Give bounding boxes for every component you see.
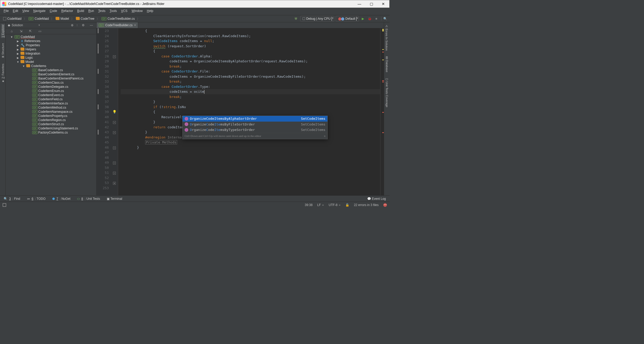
completion-item[interactable]: OrganizeCodeItemsByFileSortOrderSetCodeI… bbox=[183, 122, 327, 127]
menu-run[interactable]: Run bbox=[87, 9, 96, 14]
tree-item[interactable]: C# CodeItemField.cs bbox=[6, 97, 96, 101]
run-icon[interactable]: ▶ bbox=[360, 17, 366, 21]
tree-item[interactable]: Logic bbox=[6, 56, 96, 60]
tool-todo[interactable]: ≔ 6: TODO bbox=[27, 197, 46, 201]
tool-find[interactable]: 🔍 3: Find bbox=[4, 197, 20, 201]
run-config-dropdown[interactable]: Debug | Any CPU ▼ bbox=[300, 16, 334, 22]
menu-view[interactable]: View bbox=[21, 9, 31, 14]
tree-item[interactable]: C# CodeItemInterface.cs bbox=[6, 101, 96, 105]
maximize-button[interactable]: ▢ bbox=[365, 0, 377, 8]
completion-hint: Ctrl+Down and Ctrl+Up will move caret do… bbox=[183, 133, 327, 139]
line-ending[interactable]: LF≑ bbox=[317, 203, 324, 207]
status-bar: 39:38 LF≑ UTF-8≑ 🔓 22 errors in 3 files bbox=[0, 202, 390, 208]
collapse-up-icon[interactable]: ⇱ bbox=[28, 29, 33, 33]
breadcrumb-1[interactable]: C#CodeMaid〉 bbox=[28, 16, 55, 21]
hide-icon[interactable]: — bbox=[89, 23, 94, 27]
menu-tests[interactable]: Tests bbox=[97, 9, 107, 14]
menu-code[interactable]: Code bbox=[48, 9, 59, 14]
tree-item[interactable]: C# CodeItemProperty.cs bbox=[6, 114, 96, 118]
tool-structure[interactable]: ≣ Structure bbox=[1, 43, 5, 58]
close-button[interactable]: ✕ bbox=[377, 0, 389, 8]
settings-icon[interactable]: ⚙ bbox=[80, 23, 86, 27]
menu-bar: FileEditViewNavigateCodeRefactorBuildRun… bbox=[0, 8, 390, 15]
breadcrumb-0[interactable]: CodeMaid〉 bbox=[3, 16, 28, 21]
stop-icon[interactable]: ■ bbox=[373, 17, 379, 21]
code-area[interactable]: 2324252627282930313233343536373839404142… bbox=[97, 28, 384, 195]
menu-build[interactable]: Build bbox=[76, 9, 86, 14]
nav-bar: CodeMaid〉C#CodeMaid〉Model〉CodeTree〉C#Cod… bbox=[0, 15, 390, 22]
breadcrumb-3[interactable]: CodeTree〉 bbox=[76, 16, 101, 21]
build-icon[interactable]: ⚒ bbox=[293, 17, 299, 21]
title-bar: CodeMaid [C:\repos\codemaid-master] - ..… bbox=[0, 0, 390, 8]
completion-popup[interactable]: OrganizeCodeItemsByAlphaSortOrderSetCode… bbox=[182, 116, 328, 139]
tree-item[interactable]: C# BaseCodeItem.cs bbox=[6, 68, 96, 72]
debug-icon[interactable]: 🐞 bbox=[367, 17, 372, 21]
tree-item[interactable]: Integration bbox=[6, 51, 96, 56]
home-icon[interactable]: ⌂ bbox=[9, 29, 15, 33]
tool-event-log[interactable]: 💬 Event Log bbox=[367, 197, 386, 201]
solution-title[interactable]: Solution bbox=[12, 23, 37, 27]
tree-item[interactable]: C# CodeItemUsingStatement.cs bbox=[6, 126, 96, 130]
editor-tab-label: CodeTreeBuilder.cs bbox=[105, 23, 133, 27]
tool-database[interactable]: 🗄 Database bbox=[385, 56, 389, 73]
tree-item[interactable]: CodeItems bbox=[6, 64, 96, 68]
tool-nuget[interactable]: ⬢ 7: NuGet bbox=[52, 197, 70, 201]
menu-window[interactable]: Window bbox=[130, 9, 144, 14]
search-icon[interactable]: 🔍 bbox=[381, 17, 387, 21]
minimize-button[interactable]: — bbox=[353, 0, 365, 8]
tool-unit-tests[interactable]: ⬭ 8: Unit Tests bbox=[77, 197, 100, 201]
tree-item[interactable]: C# CodeItemEvent.cs bbox=[6, 93, 96, 97]
tool-errors[interactable]: ⚠ Errors In Solution bbox=[385, 24, 389, 51]
menu-refactor[interactable]: Refactor bbox=[60, 9, 75, 14]
panel-icon[interactable]: ▭ bbox=[37, 29, 43, 33]
tree-item[interactable]: ⋔ References bbox=[6, 39, 96, 43]
run-config-label: Debug | Any CPU bbox=[306, 17, 331, 21]
tree-item[interactable]: C# BaseCodeItemElement.cs bbox=[6, 72, 96, 76]
tool-coverage[interactable]: 🛡 Unit Tests Coverage bbox=[385, 77, 389, 108]
tree-item[interactable]: C# CodeItemMethod.cs bbox=[6, 105, 96, 110]
tree-item[interactable]: C# CodeItemNamespace.cs bbox=[6, 110, 96, 114]
breadcrumb-4[interactable]: C#CodeTreeBuilder.cs〉 bbox=[101, 16, 141, 21]
caret-position[interactable]: 39:38 bbox=[305, 203, 313, 207]
error-indicator-icon[interactable] bbox=[383, 203, 387, 207]
menu-vcs[interactable]: VCS bbox=[119, 9, 129, 14]
solution-root[interactable]: C# CodeMaid bbox=[6, 35, 96, 39]
close-tab-icon[interactable]: × bbox=[134, 23, 136, 27]
tree-item[interactable]: C# CodeItemRegion.cs bbox=[6, 118, 96, 122]
tool-explorer[interactable]: 1 Explorer bbox=[1, 24, 5, 38]
encoding[interactable]: UTF-8≑ bbox=[329, 203, 341, 207]
run-profile-dropdown[interactable]: ⬤⬤ Default ▼ bbox=[336, 16, 359, 22]
tree-item[interactable]: 🔧 Properties bbox=[6, 43, 96, 47]
readonly-lock-icon[interactable]: 🔓 bbox=[345, 203, 349, 207]
tool-terminal[interactable]: ▣ Terminal bbox=[107, 197, 122, 201]
tree-item[interactable]: C# BaseCodeItemElementParent.cs bbox=[6, 76, 96, 81]
tree-item[interactable]: C# CodeItemClass.cs bbox=[6, 81, 96, 85]
menu-tools[interactable]: Tools bbox=[108, 9, 118, 14]
app-logo-icon bbox=[2, 2, 6, 6]
tree-item[interactable]: C# FactoryCodeItems.cs bbox=[6, 130, 96, 135]
locate-icon[interactable]: ⊕ bbox=[69, 23, 75, 27]
tool-favorites[interactable]: ★ 2: Favorites bbox=[1, 63, 5, 83]
tree-item[interactable]: C# CodeItemStruct.cs bbox=[6, 122, 96, 126]
menu-edit[interactable]: Edit bbox=[11, 9, 20, 14]
completion-item[interactable]: OrganizeCodeItemsByAlphaSortOrderSetCode… bbox=[183, 116, 327, 122]
tree-item[interactable]: Model bbox=[6, 60, 96, 64]
tree-item[interactable]: C# CodeItemDelegate.cs bbox=[6, 85, 96, 89]
menu-file[interactable]: File bbox=[2, 9, 10, 14]
breadcrumb-2[interactable]: Model〉 bbox=[55, 16, 76, 21]
completion-item[interactable]: OrganizeCodeItemsByTypeSortOrderSetCodeI… bbox=[183, 127, 327, 133]
collapse-down-icon[interactable]: ⇲ bbox=[18, 29, 24, 33]
editor-tab-codetreebuilder[interactable]: C# CodeTreeBuilder.cs × bbox=[97, 22, 138, 28]
right-tool-strip: ⚠ Errors In Solution 🗄 Database 🛡 Unit T… bbox=[384, 22, 390, 195]
window-title: CodeMaid [C:\repos\codemaid-master] - ..… bbox=[8, 2, 353, 6]
solution-tree[interactable]: C# CodeMaid⋔ References🔧 Properties Help… bbox=[6, 34, 96, 195]
menu-navigate[interactable]: Navigate bbox=[32, 9, 47, 14]
tree-item[interactable]: C# CodeItemEnum.cs bbox=[6, 89, 96, 93]
error-count[interactable]: 22 errors in 3 files bbox=[354, 203, 379, 207]
tree-item[interactable]: Helpers bbox=[6, 47, 96, 51]
error-stripe[interactable] bbox=[380, 28, 384, 195]
status-square-icon[interactable] bbox=[3, 203, 6, 207]
editor-tab-bar: C# CodeTreeBuilder.cs × bbox=[97, 22, 384, 28]
run-profile-label: Default bbox=[345, 17, 355, 21]
menu-help[interactable]: Help bbox=[145, 9, 155, 14]
